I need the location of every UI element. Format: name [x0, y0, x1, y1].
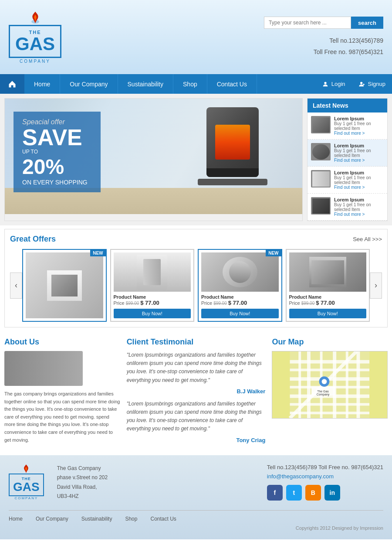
- buy-button-2[interactable]: Buy Now!: [114, 309, 191, 318]
- buy-button-4[interactable]: Buy Now!: [289, 309, 367, 318]
- news-sidebar: Latest News Lorem Ipsum Buy 1 get 1 free…: [307, 98, 388, 221]
- footer-nav-our-company[interactable]: Our Company: [36, 516, 68, 522]
- testimonial-author-2: Tony Criag: [127, 437, 266, 443]
- svg-rect-16: [357, 351, 360, 418]
- about-image: [4, 351, 83, 386]
- news-item-1: Lorem Ipsum Buy 1 get 1 free on selected…: [308, 112, 387, 140]
- footer-road: David Villa Road,: [57, 483, 108, 492]
- search-button[interactable]: search: [351, 17, 383, 29]
- phone-info: Tell no.123(456)789 Toll Free no. 987(65…: [264, 35, 383, 57]
- footer-copyright: Copyrights 2012 Designed by Impression: [9, 525, 383, 531]
- testimonial-text-2: "Lorem Ipsumbrings organizations and fam…: [127, 400, 266, 433]
- nav-shop[interactable]: Shop: [173, 74, 207, 94]
- product-name-4: Product Name: [289, 294, 367, 300]
- news-text-2: Lorem Ipsum Buy 1 get 1 free on selected…: [334, 143, 384, 163]
- news-item-3: Lorem Ipsum Buy 1 get 1 free on selected…: [308, 167, 387, 194]
- news-thumb-1: [311, 116, 331, 133]
- footer-company-name: The Gas Company: [57, 464, 108, 474]
- product-image-3: [201, 252, 279, 292]
- nav-auth: Login Signup: [315, 74, 392, 94]
- product-name-3: Product Name: [201, 294, 279, 300]
- footer-nav: Home Our Company Sustainability Shop Con…: [9, 510, 383, 522]
- carousel-next-button[interactable]: ›: [370, 273, 382, 299]
- hero-percent-text: 20%: [22, 155, 92, 179]
- footer-email[interactable]: info@thegascompany.com: [267, 473, 383, 480]
- twitter-icon[interactable]: t: [286, 485, 302, 501]
- product-image-1: [26, 252, 103, 318]
- news-desc-4: Buy 1 get 1 free on selected Item: [334, 202, 384, 212]
- product-price-3: Price $99.00 $ 77.00: [201, 300, 279, 306]
- nav-contact-us[interactable]: Contact Us: [207, 74, 257, 94]
- footer: THE GAS COMPANY The Gas Company phase v.…: [0, 455, 392, 539]
- nav-sustainability[interactable]: Sustainability: [118, 74, 174, 94]
- footer-logo: THE GAS COMPANY: [9, 464, 44, 500]
- news-link-1[interactable]: Find out more >: [334, 131, 384, 136]
- news-text-4: Lorem Ipsum Buy 1 get 1 free on selected…: [334, 197, 384, 217]
- footer-nav-contact-us[interactable]: Contact Us: [150, 516, 176, 522]
- login-button[interactable]: Login: [315, 74, 352, 94]
- testimonial-text-1: "Lorem Ipsumbrings organizations and fam…: [127, 351, 266, 385]
- news-desc-1: Buy 1 get 1 free on selected Item: [334, 121, 384, 131]
- footer-street: phase v.Street no 202: [57, 473, 108, 483]
- buy-button-3[interactable]: Buy Now!: [201, 309, 279, 318]
- footer-nav-home[interactable]: Home: [9, 516, 23, 522]
- news-headline-1: Lorem Ipsum: [334, 116, 384, 121]
- nav-our-company[interactable]: Our Company: [60, 74, 118, 94]
- about-text: The gas company brings organizations and…: [4, 390, 120, 444]
- news-link-3[interactable]: Find out more >: [334, 185, 384, 190]
- product-name-1: Product Name: [26, 321, 103, 322]
- see-all-link[interactable]: See All >>>: [353, 236, 382, 242]
- offers-items: NEW Product Name Price $99.00 $ 77.00 Bu…: [22, 249, 370, 322]
- map-image[interactable]: The Gas Company: [272, 351, 388, 419]
- hero-shopping-text: ON EVERY SHOPPING: [22, 179, 92, 186]
- footer-nav-shop[interactable]: Shop: [125, 516, 137, 522]
- footer-nav-sustainability[interactable]: Sustainability: [81, 516, 112, 522]
- carousel-prev-button[interactable]: ‹: [10, 273, 22, 299]
- logo-gas-text: GAS: [15, 35, 55, 53]
- news-title: Latest News: [308, 99, 387, 112]
- nav-home-icon[interactable]: [0, 74, 24, 94]
- social-icons: f t B in: [267, 485, 383, 501]
- signup-button[interactable]: Signup: [352, 74, 392, 94]
- navigation: Home Our Company Sustainability Shop Con…: [0, 74, 392, 94]
- hero-promo: Speacial offer SAVE UP TO 20% ON EVERY S…: [14, 112, 101, 192]
- testimonial-title: Client Testimonial: [127, 337, 266, 347]
- linkedin-icon[interactable]: in: [324, 485, 340, 501]
- tell-number: Tell no.123(456)789: [264, 35, 383, 46]
- news-link-4[interactable]: Find out more >: [334, 212, 384, 217]
- map-title: Our Map: [272, 337, 388, 347]
- news-item-4: Lorem Ipsum Buy 1 get 1 free on selected…: [308, 194, 387, 221]
- footer-logo-company: COMPANY: [14, 496, 38, 500]
- flame-icon: [29, 11, 42, 24]
- news-thumb-3: [311, 170, 331, 187]
- offers-carousel: ‹ NEW Product Name Price $99.00 $ 77.00 …: [10, 249, 382, 322]
- testimonial-section: Client Testimonial "Lorem Ipsumbrings or…: [127, 337, 266, 449]
- product-price-2: Price $99.00 $ 77.00: [114, 300, 191, 306]
- footer-top: THE GAS COMPANY The Gas Company phase v.…: [9, 464, 383, 501]
- blog-icon[interactable]: B: [305, 485, 321, 501]
- search-input[interactable]: [264, 17, 351, 29]
- new-badge-1: NEW: [90, 250, 105, 256]
- testimonial-author-1: B.J Walker: [127, 388, 266, 395]
- user-add-icon: [358, 81, 365, 88]
- news-headline-3: Lorem Ipsum: [334, 170, 384, 175]
- footer-contact: Tell no.123(456)789 Toll Free no. 987(65…: [267, 464, 383, 501]
- news-text-3: Lorem Ipsum Buy 1 get 1 free on selected…: [334, 170, 384, 190]
- product-card-2: Product Name Price $99.00 $ 77.00 Buy No…: [110, 249, 195, 322]
- facebook-icon[interactable]: f: [267, 485, 283, 501]
- news-headline-2: Lorem Ipsum: [334, 143, 384, 148]
- product-card-4: Product Name Price $99.00 $ 77.00 Buy No…: [286, 249, 370, 322]
- footer-phone: Tell no.123(456)789 Toll Free no. 987(65…: [267, 464, 383, 470]
- svg-rect-14: [333, 351, 337, 418]
- hero-image: Speacial offer SAVE UP TO 20% ON EVERY S…: [5, 99, 302, 214]
- nav-home[interactable]: Home: [24, 74, 60, 94]
- news-thumb-2: [311, 143, 331, 160]
- footer-postcode: UB3-4HZ: [57, 492, 108, 501]
- svg-text:Company: Company: [317, 393, 330, 396]
- news-headline-4: Lorem Ipsum: [334, 197, 384, 202]
- news-link-2[interactable]: Find out more >: [334, 158, 384, 163]
- about-section: About Us The gas company brings organiza…: [4, 337, 120, 449]
- hero-section: Speacial offer SAVE UP TO 20% ON EVERY S…: [4, 98, 303, 221]
- svg-rect-12: [307, 351, 311, 418]
- footer-flame-icon: [22, 464, 30, 474]
